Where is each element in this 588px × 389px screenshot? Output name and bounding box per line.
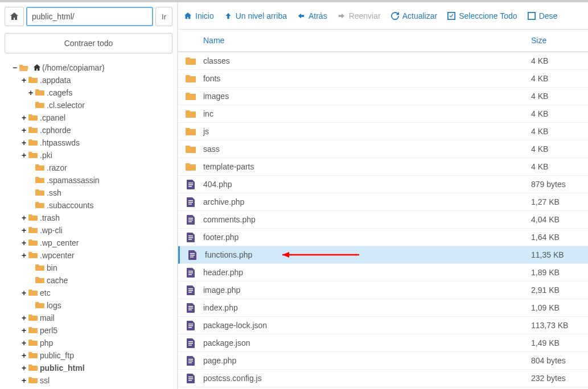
file-row[interactable]: template-parts4 KB [178, 158, 588, 176]
expander[interactable]: + [20, 151, 27, 160]
toolbar-inicio[interactable]: Inicio [184, 11, 214, 20]
tree-node-etc[interactable]: +etc [0, 287, 177, 299]
file-size: 4 KB [531, 92, 588, 101]
file-list[interactable]: classes4 KBfonts4 KBimages4 KBinc4 KBjs4… [178, 52, 588, 389]
file-icon [178, 355, 203, 366]
file-row[interactable]: images4 KB [178, 88, 588, 105]
toolbar-refresh[interactable]: Actualizar [391, 11, 437, 20]
file-name: fonts [203, 74, 531, 83]
file-size: 804 bytes [531, 356, 588, 365]
file-icon [178, 373, 203, 384]
expander[interactable]: + [27, 88, 34, 97]
file-row[interactable]: sass4 KB [178, 140, 588, 158]
tree-node-htpasswds[interactable]: +.htpasswds [0, 136, 177, 149]
expander[interactable]: + [20, 338, 27, 347]
file-row[interactable]: 404.php879 bytes [178, 176, 588, 193]
tree-node-clselector[interactable]: +.cl.selector [0, 99, 177, 111]
tree-node-ssh[interactable]: +.ssh [0, 187, 177, 199]
tree-node-cache[interactable]: +cache [0, 274, 177, 287]
tree-node-mail[interactable]: +mail [0, 312, 177, 324]
toolbar: Inicio Un nivel arriba Atrás Reenviar Ac… [178, 2, 588, 30]
toolbar-select-all-label: Seleccione Todo [459, 11, 517, 20]
expander[interactable]: + [20, 376, 27, 385]
svg-rect-9 [188, 220, 193, 221]
file-name: comments.php [203, 215, 531, 224]
folder-tree[interactable]: − (/home/copiamar) +.appdata+.cagefs+.cl… [0, 59, 177, 389]
file-row[interactable]: index.php1,09 KB [178, 299, 588, 317]
file-row[interactable]: header.php1,89 KB [178, 264, 588, 282]
tree-node-publicftp[interactable]: +public_ftp [0, 349, 177, 362]
tree-node-bin[interactable]: +bin [0, 262, 177, 274]
expander[interactable]: + [20, 226, 27, 235]
file-size: 4 KB [531, 56, 588, 65]
tree-node-cphorde[interactable]: +.cphorde [0, 124, 177, 136]
svg-rect-35 [188, 361, 193, 362]
expander[interactable]: + [20, 138, 27, 147]
file-row[interactable]: postcss.config.js232 bytes [178, 370, 588, 387]
tree-node-wpcenter[interactable]: +.wp_center [0, 237, 177, 249]
tree-node-ssl[interactable]: +ssl [0, 374, 177, 387]
expander[interactable]: + [20, 326, 27, 335]
file-row[interactable]: js4 KB [178, 123, 588, 140]
home-button[interactable] [5, 7, 24, 26]
go-button[interactable]: Ir [155, 7, 172, 26]
tree-root[interactable]: − (/home/copiamar) [0, 61, 177, 74]
arrow-left-icon [297, 12, 305, 20]
tree-node-appdata[interactable]: +.appdata [0, 74, 177, 86]
tree-node-cagefs[interactable]: +.cagefs [0, 86, 177, 99]
file-icon [178, 179, 203, 190]
tree-node-wpcenter[interactable]: +.wpcenter [0, 249, 177, 262]
file-name: archive.php [203, 197, 531, 206]
expander[interactable]: + [20, 251, 27, 260]
expander[interactable]: + [20, 126, 27, 135]
toolbar-deselect[interactable]: Dese [528, 11, 558, 20]
expander-minus[interactable]: − [11, 63, 18, 72]
expander[interactable]: + [20, 76, 27, 85]
expander[interactable]: + [20, 213, 27, 222]
column-size[interactable]: Size [531, 36, 588, 45]
column-name[interactable]: Name [178, 36, 531, 45]
file-row[interactable]: footer.php1,64 KB [178, 229, 588, 246]
tree-node-pki[interactable]: +.pki [0, 149, 177, 162]
expander[interactable]: + [20, 113, 27, 122]
folder-icon [27, 213, 40, 223]
tree-node-publichtml[interactable]: +public_html [0, 362, 177, 374]
file-size: 4 KB [531, 109, 588, 118]
file-row[interactable]: functions.php11,35 KB [178, 246, 588, 264]
file-row[interactable]: archive.php1,27 KB [178, 193, 588, 211]
file-row[interactable]: page.php804 bytes [178, 352, 588, 370]
tree-node-logs[interactable]: +logs [0, 299, 177, 312]
toolbar-up[interactable]: Un nivel arriba [224, 11, 287, 20]
tree-node-cpanel[interactable]: +.cpanel [0, 111, 177, 124]
file-row[interactable]: fonts4 KB [178, 70, 588, 88]
tree-node-perl5[interactable]: +perl5 [0, 324, 177, 337]
tree-node-trash[interactable]: +.trash [0, 212, 177, 224]
file-size: 1,49 KB [531, 338, 588, 347]
file-row[interactable]: inc4 KB [178, 105, 588, 123]
tree-label: .wp-cli [40, 226, 63, 235]
expander[interactable]: + [20, 363, 27, 373]
expander[interactable]: + [20, 288, 27, 297]
toolbar-back[interactable]: Atrás [297, 11, 327, 20]
tree-node-razor[interactable]: +.razor [0, 162, 177, 174]
tree-node-php[interactable]: +php [0, 337, 177, 349]
file-row[interactable]: image.php2,91 KB [178, 282, 588, 299]
path-input[interactable] [26, 7, 153, 26]
collapse-all-button[interactable]: Contraer todo [5, 33, 172, 53]
toolbar-select-all[interactable]: Seleccione Todo [447, 11, 517, 20]
expander[interactable]: + [20, 351, 27, 360]
expander[interactable]: + [20, 238, 27, 247]
table-header: Name Size [178, 30, 588, 52]
folder-icon [27, 326, 40, 336]
folder-icon [34, 88, 47, 98]
file-row[interactable]: comments.php4,04 KB [178, 211, 588, 229]
tree-label: .subaccounts [47, 201, 94, 210]
file-row[interactable]: package.json1,49 KB [178, 334, 588, 352]
folder-icon [27, 376, 40, 386]
tree-node-spamassassin[interactable]: +.spamassassin [0, 174, 177, 187]
expander[interactable]: + [20, 313, 27, 322]
file-row[interactable]: classes4 KB [178, 52, 588, 70]
tree-node-subaccounts[interactable]: +.subaccounts [0, 199, 177, 212]
file-row[interactable]: package-lock.json113,73 KB [178, 317, 588, 334]
tree-node-wpcli[interactable]: +.wp-cli [0, 224, 177, 237]
